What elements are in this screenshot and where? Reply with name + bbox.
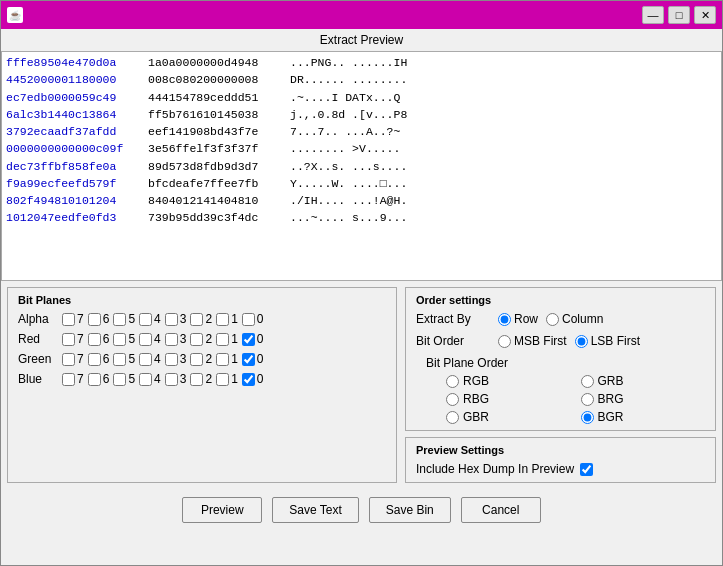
- bpo-grb-option[interactable]: GRB: [581, 374, 706, 388]
- bp-red-bit-4-checkbox[interactable]: [139, 333, 152, 346]
- bp-blue-bit-4-checkbox[interactable]: [139, 373, 152, 386]
- hex-data-row: 1012047eedfe0fd3 739b95dd39c3f4dc ...~..…: [6, 209, 717, 226]
- bpo-gbr-option[interactable]: GBR: [446, 410, 571, 424]
- bp-green-bit-2-checkbox[interactable]: [190, 353, 203, 366]
- bp-green-bit-4-checkbox[interactable]: [139, 353, 152, 366]
- extract-by-row-radio[interactable]: [498, 313, 511, 326]
- bp-green-bit-5-checkbox[interactable]: [113, 353, 126, 366]
- bp-red-bit-7-label: 7: [77, 332, 84, 346]
- bp-blue-bit-0-checkbox[interactable]: [242, 373, 255, 386]
- bp-green-bit-6: 6: [88, 352, 110, 366]
- extract-by-column-radio[interactable]: [546, 313, 559, 326]
- bp-green-bit-0-checkbox[interactable]: [242, 353, 255, 366]
- bp-blue-bit-1-label: 1: [231, 372, 238, 386]
- hex-ascii: Y.....W. ....□...: [290, 175, 407, 192]
- hex-dump-row: Include Hex Dump In Preview: [416, 462, 705, 476]
- hex-address: 6alc3b1440c13864: [6, 106, 136, 123]
- maximize-button[interactable]: □: [668, 6, 690, 24]
- hex-address: 4452000001180000: [6, 71, 136, 88]
- save-text-button[interactable]: Save Text: [272, 497, 358, 523]
- bp-green-bit-1-checkbox[interactable]: [216, 353, 229, 366]
- main-window: ☕ — □ ✕ Extract Preview fffe89504e470d0a…: [0, 0, 723, 566]
- bp-green-bit-7-checkbox[interactable]: [62, 353, 75, 366]
- bpo-rgb-option[interactable]: RGB: [446, 374, 571, 388]
- bp-alpha-bit-0-checkbox[interactable]: [242, 313, 255, 326]
- bp-alpha-bit-2-checkbox[interactable]: [190, 313, 203, 326]
- hex-bytes: 89d573d8fdb9d3d7: [148, 158, 278, 175]
- preview-settings-label: Preview Settings: [416, 444, 705, 456]
- bp-red-bit-6: 6: [88, 332, 110, 346]
- bp-blue-bit-3-label: 3: [180, 372, 187, 386]
- hex-address: ec7edb0000059c49: [6, 89, 136, 106]
- msb-first-radio[interactable]: [498, 335, 511, 348]
- cancel-button[interactable]: Cancel: [461, 497, 541, 523]
- bp-red-bit-1-checkbox[interactable]: [216, 333, 229, 346]
- bp-green-bit-0: 0: [242, 352, 264, 366]
- bpo-rbg-option[interactable]: RBG: [446, 392, 571, 406]
- bp-alpha-bit-7-checkbox[interactable]: [62, 313, 75, 326]
- minimize-button[interactable]: —: [642, 6, 664, 24]
- bp-blue-bit-6-checkbox[interactable]: [88, 373, 101, 386]
- bp-blue-bit-3-checkbox[interactable]: [165, 373, 178, 386]
- bp-red-bit-5-checkbox[interactable]: [113, 333, 126, 346]
- buttons-row: Preview Save Text Save Bin Cancel: [1, 489, 722, 527]
- bp-red-bit-2-checkbox[interactable]: [190, 333, 203, 346]
- bp-green-bit-3: 3: [165, 352, 187, 366]
- bpo-brg-option[interactable]: BRG: [581, 392, 706, 406]
- bp-alpha-bit-7: 7: [62, 312, 84, 326]
- hex-ascii: .~....I DATx...Q: [290, 89, 400, 106]
- bp-alpha-bit-7-label: 7: [77, 312, 84, 326]
- bp-alpha-bit-3-checkbox[interactable]: [165, 313, 178, 326]
- hex-data-row: 0000000000000c09f 3e56ffelf3f3f37f .....…: [6, 140, 717, 157]
- bp-blue-bit-1-checkbox[interactable]: [216, 373, 229, 386]
- hex-preview[interactable]: fffe89504e470d0a 1a0a0000000d4948 ...PNG…: [1, 51, 722, 281]
- lsb-first-option[interactable]: LSB First: [575, 334, 640, 348]
- bp-green-bit-6-checkbox[interactable]: [88, 353, 101, 366]
- bpo-grb-radio[interactable]: [581, 375, 594, 388]
- bp-red-bit-1: 1: [216, 332, 238, 346]
- save-bin-button[interactable]: Save Bin: [369, 497, 451, 523]
- bit-order-row: Bit Order MSB First LSB First: [416, 334, 705, 348]
- bpo-rgb-radio[interactable]: [446, 375, 459, 388]
- bp-alpha-bit-1-checkbox[interactable]: [216, 313, 229, 326]
- bp-green-bit-3-checkbox[interactable]: [165, 353, 178, 366]
- bp-green-label: Green: [18, 352, 58, 366]
- bp-red-bit-2: 2: [190, 332, 212, 346]
- bpo-gbr-radio[interactable]: [446, 411, 459, 424]
- bpo-bgr-option[interactable]: BGR: [581, 410, 706, 424]
- bp-red-bit-3: 3: [165, 332, 187, 346]
- extract-by-label: Extract By: [416, 312, 488, 326]
- bp-alpha-bit-2: 2: [190, 312, 212, 326]
- bpo-rbg-radio[interactable]: [446, 393, 459, 406]
- bp-blue-bit-2-checkbox[interactable]: [190, 373, 203, 386]
- lsb-first-radio[interactable]: [575, 335, 588, 348]
- bp-red-bit-0: 0: [242, 332, 264, 346]
- bp-alpha-bit-6-checkbox[interactable]: [88, 313, 101, 326]
- bp-green-bit-1: 1: [216, 352, 238, 366]
- bp-blue-bit-7-checkbox[interactable]: [62, 373, 75, 386]
- bpo-bgr-radio[interactable]: [581, 411, 594, 424]
- app-icon: ☕: [7, 7, 23, 23]
- bp-blue-bit-5-checkbox[interactable]: [113, 373, 126, 386]
- extract-by-row-option[interactable]: Row: [498, 312, 538, 326]
- hex-dump-checkbox[interactable]: [580, 463, 593, 476]
- bp-red-bit-6-checkbox[interactable]: [88, 333, 101, 346]
- hex-ascii: ........ >V.....: [290, 140, 400, 157]
- bp-red-bit-3-checkbox[interactable]: [165, 333, 178, 346]
- bp-red-bit-0-checkbox[interactable]: [242, 333, 255, 346]
- msb-first-option[interactable]: MSB First: [498, 334, 567, 348]
- hex-data-row: 3792ecaadf37afdd eef141908bd43f7e 7...7.…: [6, 123, 717, 140]
- preview-button[interactable]: Preview: [182, 497, 262, 523]
- bp-red-bit-2-label: 2: [205, 332, 212, 346]
- bp-green-bit-7-label: 7: [77, 352, 84, 366]
- bp-alpha-bit-5-checkbox[interactable]: [113, 313, 126, 326]
- bp-red-bit-7-checkbox[interactable]: [62, 333, 75, 346]
- close-button[interactable]: ✕: [694, 6, 716, 24]
- hex-bytes: eef141908bd43f7e: [148, 123, 278, 140]
- hex-address: 802f494810101204: [6, 192, 136, 209]
- extract-by-column-option[interactable]: Column: [546, 312, 603, 326]
- bpo-brg-radio[interactable]: [581, 393, 594, 406]
- extract-by-group: Row Column: [498, 312, 603, 326]
- bp-blue-bit-5-label: 5: [128, 372, 135, 386]
- bp-alpha-bit-4-checkbox[interactable]: [139, 313, 152, 326]
